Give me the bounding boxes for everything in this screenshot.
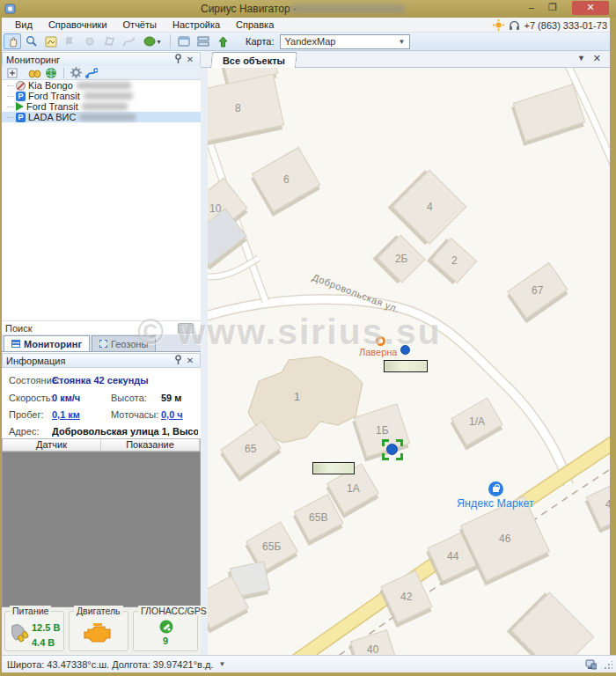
building: 8: [208, 74, 284, 143]
vehicle-row-ford-transit-2[interactable]: Ford Transit: [2, 101, 201, 112]
title-bar[interactable]: Сириус Навигатор - – ❐ ✕: [0, 0, 616, 18]
add-circle-button-disabled[interactable]: [81, 33, 99, 49]
sensor-col-name[interactable]: Датчик: [3, 439, 101, 451]
globe-show-all-icon[interactable]: [45, 67, 57, 79]
close-button[interactable]: ✕: [572, 1, 609, 15]
alert-sun-icon[interactable]: [493, 19, 504, 31]
close-panel-icon[interactable]: ✕: [184, 54, 196, 65]
menu-spravochniki[interactable]: Справочники: [40, 19, 115, 30]
map-tab-all-objects[interactable]: Все объекты: [210, 52, 297, 68]
search-filter-button[interactable]: [178, 323, 194, 334]
expand-tree-icon[interactable]: [7, 68, 18, 78]
combobox-caret-icon: ▼: [399, 38, 406, 46]
power-plug-icon: [9, 622, 30, 645]
building: 67: [507, 262, 568, 319]
geozone-color-dropdown[interactable]: ▾: [139, 33, 165, 49]
building: 42: [380, 570, 432, 623]
tab-geozones[interactable]: Геозоны: [92, 335, 156, 351]
pin-icon[interactable]: [172, 355, 184, 366]
map-canvas[interactable]: 1 861042Б267651Б1/А1А65В65Б4446484240 До…: [208, 68, 610, 655]
draw-polygon-button-disabled[interactable]: [100, 33, 118, 49]
vehicle-dot-blue[interactable]: [400, 345, 410, 355]
vehicle-parked-icon: P: [16, 92, 26, 101]
map-select-label: Карта:: [246, 36, 275, 47]
gps-label: ГЛОНАСС/GPS: [138, 606, 209, 616]
coordinates-text: Широта: 43.47338°с.ш. Долгота: 39.97421°…: [7, 659, 213, 670]
maximize-button[interactable]: ❐: [544, 1, 561, 15]
statusbar-dropdown-icon[interactable]: ▼: [218, 660, 225, 668]
vehicle-name: Ford Transit: [26, 101, 78, 112]
yandex-market-poi-label[interactable]: Яндекс Маркет: [457, 497, 534, 510]
vehicle-row-lada-vis-selected[interactable]: P LADA ВИС: [2, 112, 201, 122]
left-panel: Мониторинг ✕ Kia Bongo P Ford Transit: [2, 51, 201, 655]
split-view-button[interactable]: [194, 33, 212, 49]
map-provider-combobox[interactable]: YandexMap ▼: [280, 34, 410, 49]
window-title: Сириус Навигатор -: [201, 3, 297, 15]
vehicle-name: Ford Transit: [28, 91, 80, 101]
engine-hours-label: Моточасы:: [111, 409, 158, 420]
vehicle-row-kia-bongo[interactable]: Kia Bongo: [2, 80, 201, 91]
laverna-poi-icon[interactable]: [376, 336, 385, 346]
update-button[interactable]: [214, 33, 231, 49]
pin-icon[interactable]: [172, 54, 184, 65]
track-route-icon[interactable]: [85, 67, 98, 78]
laverna-poi-label[interactable]: Лаверна: [359, 347, 397, 357]
resize-grip[interactable]: [604, 661, 612, 670]
building: 48: [586, 480, 610, 529]
support-phone: +7 (863) 333-01-73: [524, 20, 607, 31]
tab-monitoring[interactable]: Мониторинг: [4, 335, 90, 351]
connection-computer-icon: [585, 659, 597, 670]
monitoring-toolbar: [2, 66, 201, 80]
redacted-plate: [79, 114, 136, 121]
menu-vid[interactable]: Вид: [7, 19, 40, 30]
gauges-area: Питание 12.5 В 4.4 В Двигатель ГЛОНАСС/G…: [2, 607, 201, 655]
monitoring-panel-title: Мониторинг: [6, 55, 60, 65]
selected-vehicle-dot[interactable]: [386, 444, 398, 455]
info-panel-header: Информация ✕: [2, 353, 201, 368]
minimize-button[interactable]: –: [523, 1, 540, 15]
tab-list-dropdown-icon[interactable]: ▼: [577, 54, 585, 62]
show-map-window-button[interactable]: [175, 33, 193, 49]
building: 6: [252, 147, 321, 212]
engine-hours-value[interactable]: 0,0 ч: [161, 409, 183, 420]
headphones-support-icon[interactable]: [509, 19, 520, 31]
building: 2: [431, 238, 477, 283]
map-tab-close-icon[interactable]: ✕: [593, 53, 601, 64]
yandex-market-poi-icon[interactable]: [488, 481, 503, 496]
window-border-right: [610, 18, 616, 672]
map-notes-button[interactable]: [42, 33, 60, 49]
speed-label: Скорость:: [9, 393, 54, 403]
altitude-label: Высота:: [111, 393, 147, 403]
building: 2Б: [377, 234, 425, 283]
vehicle-offline-icon: [16, 81, 26, 91]
settings-gear-icon[interactable]: [70, 67, 82, 78]
menu-spravka[interactable]: Справка: [228, 19, 282, 30]
binoculars-follow-icon[interactable]: [28, 68, 41, 78]
sensor-col-value[interactable]: Показание: [101, 439, 200, 451]
vehicle-moving-icon: [16, 102, 24, 111]
menu-nastroyka[interactable]: Настройка: [165, 19, 228, 30]
menu-otchety[interactable]: Отчёты: [115, 19, 165, 30]
window-border-bottom: [0, 672, 616, 676]
menu-bar: Вид Справочники Отчёты Настройка Справка…: [0, 18, 616, 33]
building: [511, 592, 595, 655]
pan-tool-button[interactable]: [4, 33, 21, 49]
draw-polyline-button-disabled[interactable]: [120, 33, 137, 49]
redacted-plate: [82, 103, 128, 110]
add-point-button-disabled[interactable]: [62, 33, 79, 49]
zoom-tool-button[interactable]: [23, 33, 40, 49]
vehicle-plate-callout: [384, 360, 428, 372]
engine-label: Двигатель: [74, 606, 123, 616]
redacted-plate: [84, 92, 133, 99]
building: 4: [392, 170, 467, 245]
vehicle-row-ford-transit-1[interactable]: P Ford Transit: [2, 91, 201, 101]
close-panel-icon[interactable]: ✕: [184, 355, 196, 366]
redacted-plate: [77, 82, 131, 89]
mileage-label: Пробег:: [9, 409, 44, 420]
gps-satellite-icon: [159, 620, 173, 634]
mileage-value[interactable]: 0,1 км: [52, 409, 80, 420]
state-value: Стоянка 42 секунды: [52, 375, 149, 386]
list-icon: [11, 340, 20, 348]
vehicle-parked-icon: P: [16, 113, 26, 122]
search-row: Поиск: [2, 320, 201, 334]
